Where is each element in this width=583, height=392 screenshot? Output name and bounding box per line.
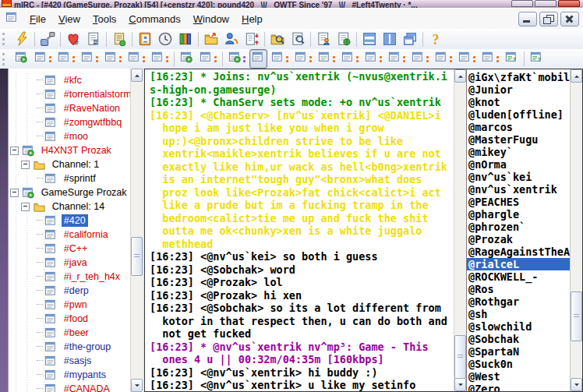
scroll-up-button[interactable]	[454, 69, 466, 83]
channel-window-button[interactable]	[149, 49, 171, 69]
connect-button[interactable]	[12, 30, 32, 48]
notify-button[interactable]	[242, 30, 262, 48]
tree-item--the-group[interactable]: #the-group	[9, 340, 131, 354]
channel-window-button[interactable]	[125, 49, 147, 69]
nick-item[interactable]: @RageAgainstTheA	[467, 245, 570, 258]
channel-window-button[interactable]	[362, 49, 384, 69]
status-window-button[interactable]: ?	[528, 49, 546, 69]
find-folder-button[interactable]	[267, 30, 288, 48]
tree-item-h4xn3t-prozak[interactable]: H4XN3T Prozak	[9, 143, 131, 157]
tree-item--california[interactable]: #california	[9, 228, 131, 242]
tree-expander[interactable]	[10, 189, 19, 197]
channel-window-button[interactable]	[32, 49, 54, 69]
scroll-thumb[interactable]	[571, 291, 582, 341]
channel-window-button[interactable]	[479, 49, 501, 69]
channel-window-button[interactable]	[79, 49, 101, 69]
address-book-button[interactable]	[135, 30, 155, 48]
tree-item--i-r-teh-h4x[interactable]: #i_r_teh_h4x	[9, 270, 131, 284]
channel-window-button[interactable]	[386, 49, 408, 69]
mdi-restore-button[interactable]	[539, 12, 558, 26]
mdi-close-button[interactable]	[560, 12, 579, 26]
scroll-down-button[interactable]	[131, 379, 143, 392]
channel-window-button[interactable]	[316, 49, 337, 69]
window-titlebar[interactable]: mIRC - [#420 (GameSurge, Prozak) [54] [+…	[0, 0, 583, 8]
menu-tools[interactable]: Tools	[87, 11, 122, 27]
nick-item[interactable]: @marcos	[467, 121, 570, 133]
tree-item--420[interactable]: #420	[9, 214, 131, 228]
server-window-button[interactable]	[178, 49, 196, 69]
channel-window-button[interactable]	[433, 49, 454, 69]
scroll-thumb[interactable]	[454, 335, 466, 379]
tree-item--java[interactable]: #java	[9, 256, 131, 270]
nick-item[interactable]: @Ros	[467, 283, 570, 295]
nick-item[interactable]: @phargle	[467, 208, 570, 221]
nick-item[interactable]: @phrozen`	[467, 221, 570, 233]
scroll-thumb[interactable]	[131, 237, 143, 276]
tree-item--c-[interactable]: #C++	[9, 242, 131, 256]
nick-item[interactable]: @Rothgar	[467, 295, 570, 308]
cascade-button[interactable]	[400, 30, 420, 48]
nick-item[interactable]: @ROCKWELL_-	[467, 270, 570, 283]
nick-item[interactable]: @knot	[467, 96, 570, 108]
tree-item--ravenation[interactable]: #RaveNation	[9, 101, 131, 115]
minimize-button[interactable]	[511, 0, 533, 7]
tree-item--mypants[interactable]: #mypants	[9, 368, 131, 382]
tree-item--food[interactable]: #food	[9, 312, 131, 326]
script-button[interactable]	[109, 30, 129, 48]
tile-vertical-button[interactable]	[380, 30, 400, 48]
tree-item--derp[interactable]: #derp	[9, 284, 131, 298]
nick-item[interactable]: @mikey`	[467, 146, 570, 158]
tree-expander[interactable]	[10, 147, 19, 155]
toolbar-gripper[interactable]	[2, 33, 7, 45]
tree-item-channel-1[interactable]: Channel: 1	[9, 157, 131, 171]
menu-help[interactable]: Help	[235, 11, 269, 27]
nick-item[interactable]: @nv^us`kei	[467, 171, 570, 183]
nick-item[interactable]: @nv^us`xentrik	[467, 183, 570, 196]
nick-item[interactable]: @Sobchak	[467, 333, 570, 345]
options-button[interactable]	[37, 30, 58, 48]
find-text-button[interactable]	[288, 30, 308, 48]
scroll-down-button[interactable]	[454, 378, 466, 391]
tree-item--moo[interactable]: #moo	[9, 129, 131, 143]
menu-file[interactable]: File	[23, 11, 52, 27]
menu-commands[interactable]: Commands	[122, 11, 186, 27]
tree-item--torrentialstorm[interactable]: #torrentialstorm	[9, 87, 131, 101]
scroll-up-button[interactable]	[571, 69, 582, 83]
close-button[interactable]	[558, 0, 580, 7]
maximize-button[interactable]	[535, 0, 556, 7]
channel-window-button[interactable]	[292, 49, 314, 69]
channel-window-button[interactable]	[269, 49, 291, 69]
channel-window-button[interactable]	[456, 49, 478, 69]
nicklist-scrollbar[interactable]	[570, 69, 582, 391]
nick-item[interactable]: @Zero	[467, 383, 570, 391]
tree-item--pwn[interactable]: #pwn	[9, 298, 131, 312]
nick-item[interactable]: @luden[offline]	[467, 108, 570, 121]
books-button[interactable]	[175, 30, 196, 48]
tree-item--canada[interactable]: #CANADA	[9, 382, 131, 392]
channel-window-button[interactable]	[197, 49, 219, 69]
status-window-button[interactable]: ?	[503, 49, 521, 69]
tree-item--sprintf[interactable]: #sprintf	[9, 171, 131, 185]
nick-item[interactable]: @Prozak	[467, 233, 570, 245]
favorites-button[interactable]: #	[63, 30, 83, 48]
nick-item[interactable]: @PEACHES	[467, 196, 570, 208]
tree-scrollbar[interactable]	[130, 69, 143, 392]
mdi-minimize-button[interactable]	[518, 12, 537, 26]
server-window-button[interactable]	[12, 49, 30, 69]
nick-item[interactable]: @West	[467, 370, 570, 383]
tree-item-channel-14[interactable]: Channel: 14	[9, 200, 131, 214]
channel-window-button[interactable]	[55, 49, 77, 69]
tree-item-gamesurge-prozak[interactable]: GameSurge Prozak	[9, 185, 131, 200]
server-window-button[interactable]	[226, 49, 248, 69]
nick-item[interactable]: @sh	[467, 308, 570, 320]
chat-messages[interactable]: [16:23] * Joins: nv^us`xentrik (~nvus@xe…	[145, 69, 454, 391]
clock-button[interactable]	[155, 30, 175, 48]
nick-item[interactable]: @SpartaN	[467, 345, 570, 358]
chat-scrollbar[interactable]	[454, 69, 466, 391]
nick-item[interactable]: @Suck0n	[467, 358, 570, 370]
tree-item--sasjs[interactable]: #sasjs	[9, 354, 131, 368]
nick-item[interactable]: @MasterFugu	[467, 133, 570, 146]
nick-item[interactable]: @nOrma	[467, 158, 570, 171]
tree-expander[interactable]	[21, 161, 30, 169]
dcc-chat-button[interactable]	[221, 30, 242, 48]
